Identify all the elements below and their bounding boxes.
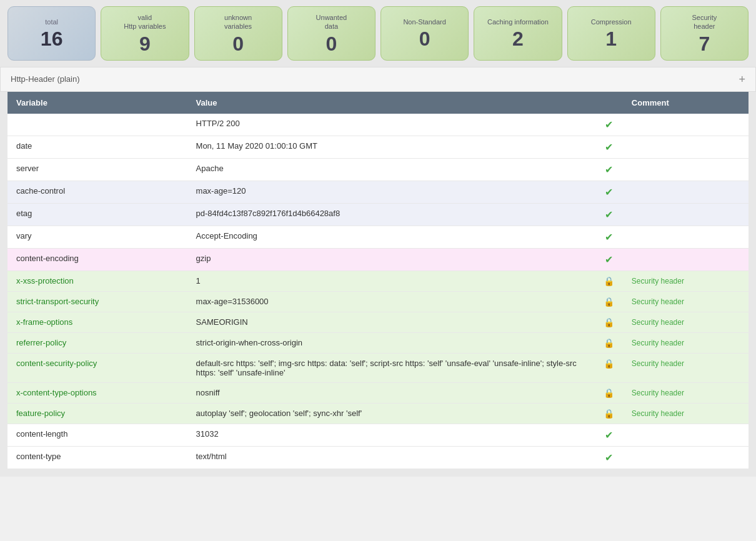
cell-variable-11: content-security-policy xyxy=(7,353,187,382)
cell-variable-1: date xyxy=(7,136,187,158)
col-header-2 xyxy=(595,92,623,114)
cell-variable-6: content-encoding xyxy=(7,248,187,270)
comment-text: Security header xyxy=(632,359,684,368)
cell-icon-13: 🔒 xyxy=(595,403,623,424)
comment-text: Security header xyxy=(632,277,684,285)
check-icon: ✔ xyxy=(605,232,613,242)
card-value-security: 7 xyxy=(699,34,710,54)
cell-value-8: max-age=31536000 xyxy=(187,291,595,312)
cell-icon-6: ✔ xyxy=(595,248,623,270)
card-value-valid: 9 xyxy=(139,34,151,54)
cell-variable-7: x-xss-protection xyxy=(7,270,187,291)
card-security: Securityheader 7 xyxy=(660,6,749,61)
card-valid: validHttp variables 9 xyxy=(101,6,189,61)
table-row: content-typetext/html✔ xyxy=(7,446,749,469)
section-title: Http-Header (plain) xyxy=(11,74,80,84)
card-unknown: unknownvariables 0 xyxy=(194,6,282,61)
cell-comment-14 xyxy=(623,424,749,446)
cell-value-0: HTTP/2 200 xyxy=(187,114,595,136)
comment-text: Security header xyxy=(632,389,684,397)
cell-comment-8: Security header xyxy=(623,291,749,312)
lock-icon: 🔒 xyxy=(604,276,614,286)
cell-icon-11: 🔒 xyxy=(595,353,623,382)
cell-icon-2: ✔ xyxy=(595,158,623,181)
table-row: x-xss-protection1🔒Security header xyxy=(7,270,749,291)
cell-icon-0: ✔ xyxy=(595,114,623,136)
cell-variable-9: x-frame-options xyxy=(7,312,187,332)
summary-bar: total 16validHttp variables 9unknownvari… xyxy=(0,0,756,67)
cell-comment-13: Security header xyxy=(623,403,749,424)
expand-button[interactable]: + xyxy=(739,74,745,85)
section-header: Http-Header (plain) + xyxy=(0,67,756,92)
card-compression: Compression 1 xyxy=(567,6,655,61)
cell-variable-12: x-content-type-options xyxy=(7,382,187,403)
cell-value-3: max-age=120 xyxy=(187,181,595,203)
cell-value-10: strict-origin-when-cross-origin xyxy=(187,332,595,353)
table-row: feature-policyautoplay 'self'; geolocati… xyxy=(7,403,749,424)
card-nonstandard: Non-Standard 0 xyxy=(380,6,469,61)
table-container: VariableValueComment HTTP/2 200✔dateMon,… xyxy=(0,92,756,477)
cell-value-13: autoplay 'self'; geolocation 'self'; syn… xyxy=(187,403,595,424)
cell-icon-7: 🔒 xyxy=(595,270,623,291)
cell-comment-7: Security header xyxy=(623,270,749,291)
cell-comment-2 xyxy=(623,158,749,181)
cell-comment-11: Security header xyxy=(623,353,749,382)
cell-variable-8: strict-transport-security xyxy=(7,291,187,312)
table-row: content-length31032✔ xyxy=(7,424,749,446)
table-row: x-frame-optionsSAMEORIGIN🔒Security heade… xyxy=(7,312,749,332)
card-value-unknown: 0 xyxy=(232,34,244,54)
col-header-3: Comment xyxy=(623,92,749,114)
lock-icon: 🔒 xyxy=(604,409,614,419)
card-label-compression: Compression xyxy=(591,17,632,26)
lock-icon: 🔒 xyxy=(604,297,614,307)
check-icon: ✔ xyxy=(605,142,613,152)
table-row: serverApache✔ xyxy=(7,158,749,181)
table-row: HTTP/2 200✔ xyxy=(7,114,749,136)
card-label-unknown: unknownvariables xyxy=(224,13,252,31)
lock-icon: 🔒 xyxy=(604,388,614,398)
card-label-unwanted: Unwanteddata xyxy=(316,13,347,31)
check-icon: ✔ xyxy=(605,452,613,463)
headers-table: VariableValueComment HTTP/2 200✔dateMon,… xyxy=(7,92,749,469)
cell-variable-15: content-type xyxy=(7,446,187,469)
check-icon: ✔ xyxy=(605,254,613,265)
card-value-caching: 2 xyxy=(512,29,524,49)
table-row: etagpd-84fd4c13f87c892f176f1d4b66428af8✔ xyxy=(7,203,749,226)
cell-comment-12: Security header xyxy=(623,382,749,403)
comment-text: Security header xyxy=(632,409,684,418)
cell-icon-8: 🔒 xyxy=(595,291,623,312)
card-label-valid: validHttp variables xyxy=(124,13,166,31)
cell-value-9: SAMEORIGIN xyxy=(187,312,595,332)
cell-icon-4: ✔ xyxy=(595,203,623,226)
cell-variable-10: referrer-policy xyxy=(7,332,187,353)
comment-text: Security header xyxy=(632,297,684,306)
cell-icon-1: ✔ xyxy=(595,136,623,158)
check-icon: ✔ xyxy=(605,119,613,130)
cell-comment-9: Security header xyxy=(623,312,749,332)
card-value-unwanted: 0 xyxy=(326,34,337,54)
check-icon: ✔ xyxy=(605,209,613,220)
card-total: total 16 xyxy=(7,6,96,61)
cell-value-12: nosniff xyxy=(187,382,595,403)
cell-comment-5 xyxy=(623,226,749,248)
cell-variable-4: etag xyxy=(7,203,187,226)
card-label-caching: Caching information xyxy=(487,17,549,26)
comment-text: Security header xyxy=(632,339,684,347)
card-label-security: Securityheader xyxy=(692,13,717,31)
table-row: content-encodinggzip✔ xyxy=(7,248,749,270)
card-value-total: 16 xyxy=(41,29,63,49)
cell-icon-15: ✔ xyxy=(595,446,623,469)
cell-comment-15 xyxy=(623,446,749,469)
cell-icon-10: 🔒 xyxy=(595,332,623,353)
cell-variable-5: vary xyxy=(7,226,187,248)
cell-value-6: gzip xyxy=(187,248,595,270)
card-value-nonstandard: 0 xyxy=(419,29,430,49)
check-icon: ✔ xyxy=(605,187,613,197)
table-row: content-security-policydefault-src https… xyxy=(7,353,749,382)
cell-value-4: pd-84fd4c13f87c892f176f1d4b66428af8 xyxy=(187,203,595,226)
cell-value-15: text/html xyxy=(187,446,595,469)
cell-value-14: 31032 xyxy=(187,424,595,446)
card-unwanted: Unwanteddata 0 xyxy=(287,6,376,61)
cell-comment-6 xyxy=(623,248,749,270)
card-caching: Caching information 2 xyxy=(474,6,562,61)
